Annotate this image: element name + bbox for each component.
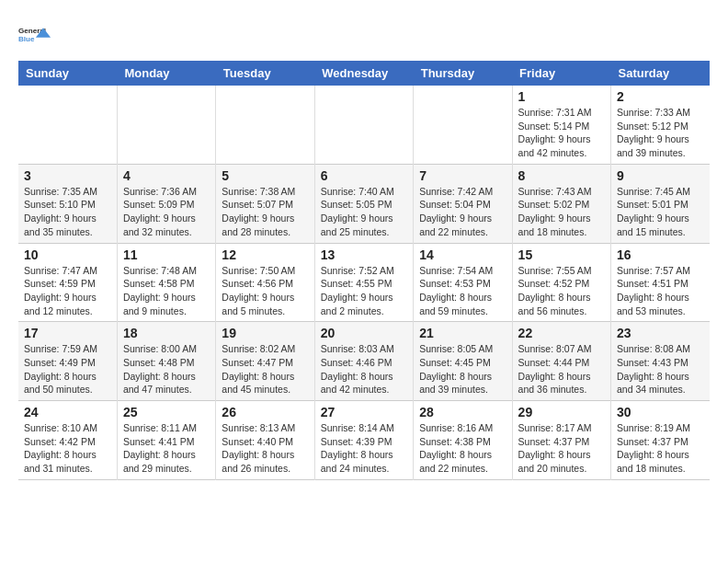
day-number: 23 (617, 326, 704, 340)
day-number: 18 (123, 326, 210, 340)
calendar-cell: 28Sunrise: 8:16 AMSunset: 4:38 PMDayligh… (414, 401, 512, 480)
day-info: Sunrise: 8:07 AMSunset: 4:44 PMDaylight:… (518, 342, 605, 396)
logo-icon: GeneralBlue (18, 18, 51, 52)
day-info: Sunrise: 7:31 AMSunset: 5:14 PMDaylight:… (518, 106, 605, 160)
day-info: Sunrise: 7:33 AMSunset: 5:12 PMDaylight:… (617, 106, 704, 160)
day-info: Sunrise: 8:19 AMSunset: 4:37 PMDaylight:… (617, 421, 704, 476)
day-number: 28 (419, 405, 506, 419)
calendar-cell: 17Sunrise: 7:59 AMSunset: 4:49 PMDayligh… (18, 322, 117, 401)
logo: GeneralBlue (18, 18, 51, 52)
day-number: 26 (222, 405, 308, 419)
calendar-cell (117, 86, 215, 164)
calendar-cell: 25Sunrise: 8:11 AMSunset: 4:41 PMDayligh… (117, 401, 215, 480)
day-number: 7 (419, 168, 506, 183)
calendar-cell: 18Sunrise: 8:00 AMSunset: 4:48 PMDayligh… (117, 322, 215, 401)
day-info: Sunrise: 7:45 AMSunset: 5:01 PMDaylight:… (617, 185, 704, 239)
day-info: Sunrise: 7:55 AMSunset: 4:52 PMDaylight:… (518, 264, 605, 318)
day-info: Sunrise: 8:00 AMSunset: 4:48 PMDaylight:… (123, 342, 210, 396)
calendar-cell (216, 86, 314, 164)
day-info: Sunrise: 8:05 AMSunset: 4:45 PMDaylight:… (419, 342, 506, 396)
day-number: 24 (24, 405, 111, 419)
calendar-cell: 20Sunrise: 8:03 AMSunset: 4:46 PMDayligh… (314, 322, 413, 401)
calendar-cell: 2Sunrise: 7:33 AMSunset: 5:12 PMDaylight… (611, 86, 710, 164)
day-info: Sunrise: 8:08 AMSunset: 4:43 PMDaylight:… (617, 342, 704, 396)
day-number: 21 (419, 326, 506, 340)
header-sunday: Sunday (18, 61, 117, 86)
day-info: Sunrise: 7:36 AMSunset: 5:09 PMDaylight:… (123, 185, 210, 239)
calendar-cell: 29Sunrise: 8:17 AMSunset: 4:37 PMDayligh… (512, 401, 610, 480)
day-info: Sunrise: 7:40 AMSunset: 5:05 PMDaylight:… (321, 185, 407, 239)
day-number: 16 (617, 247, 704, 262)
header-friday: Friday (512, 61, 610, 86)
calendar-cell: 10Sunrise: 7:47 AMSunset: 4:59 PMDayligh… (18, 243, 117, 322)
header-monday: Monday (117, 61, 215, 86)
header-thursday: Thursday (414, 61, 512, 86)
calendar-cell: 12Sunrise: 7:50 AMSunset: 4:56 PMDayligh… (216, 243, 314, 322)
calendar-cell: 24Sunrise: 8:10 AMSunset: 4:42 PMDayligh… (18, 401, 117, 480)
day-info: Sunrise: 8:16 AMSunset: 4:38 PMDaylight:… (419, 421, 506, 476)
day-info: Sunrise: 8:14 AMSunset: 4:39 PMDaylight:… (321, 421, 407, 476)
calendar-cell: 8Sunrise: 7:43 AMSunset: 5:02 PMDaylight… (512, 164, 610, 243)
calendar-cell: 1Sunrise: 7:31 AMSunset: 5:14 PMDaylight… (512, 86, 610, 164)
day-number: 9 (617, 168, 704, 183)
day-info: Sunrise: 8:13 AMSunset: 4:40 PMDaylight:… (222, 421, 308, 476)
calendar-cell: 13Sunrise: 7:52 AMSunset: 4:55 PMDayligh… (314, 243, 413, 322)
day-number: 2 (617, 89, 704, 104)
page-header: GeneralBlue (18, 18, 710, 52)
week-row-0: 1Sunrise: 7:31 AMSunset: 5:14 PMDaylight… (18, 86, 710, 164)
calendar-cell: 27Sunrise: 8:14 AMSunset: 4:39 PMDayligh… (314, 401, 413, 480)
calendar-cell: 22Sunrise: 8:07 AMSunset: 4:44 PMDayligh… (512, 322, 610, 401)
day-info: Sunrise: 7:52 AMSunset: 4:55 PMDaylight:… (321, 264, 407, 318)
header-saturday: Saturday (611, 61, 710, 86)
week-row-1: 3Sunrise: 7:35 AMSunset: 5:10 PMDaylight… (18, 164, 710, 243)
header-wednesday: Wednesday (314, 61, 413, 86)
calendar-cell: 4Sunrise: 7:36 AMSunset: 5:09 PMDaylight… (117, 164, 215, 243)
calendar-cell: 5Sunrise: 7:38 AMSunset: 5:07 PMDaylight… (216, 164, 314, 243)
day-number: 6 (321, 168, 407, 183)
day-info: Sunrise: 8:03 AMSunset: 4:46 PMDaylight:… (321, 342, 407, 396)
day-info: Sunrise: 7:47 AMSunset: 4:59 PMDaylight:… (24, 264, 111, 318)
week-row-4: 24Sunrise: 8:10 AMSunset: 4:42 PMDayligh… (18, 401, 710, 480)
day-number: 27 (321, 405, 407, 419)
day-number: 29 (518, 405, 605, 419)
day-info: Sunrise: 8:11 AMSunset: 4:41 PMDaylight:… (123, 421, 210, 476)
day-info: Sunrise: 8:02 AMSunset: 4:47 PMDaylight:… (222, 342, 308, 396)
day-number: 19 (222, 326, 308, 340)
day-info: Sunrise: 7:48 AMSunset: 4:58 PMDaylight:… (123, 264, 210, 318)
day-number: 22 (518, 326, 605, 340)
week-row-3: 17Sunrise: 7:59 AMSunset: 4:49 PMDayligh… (18, 322, 710, 401)
calendar-cell: 30Sunrise: 8:19 AMSunset: 4:37 PMDayligh… (611, 401, 710, 480)
calendar-cell (414, 86, 512, 164)
header-tuesday: Tuesday (216, 61, 314, 86)
day-info: Sunrise: 7:42 AMSunset: 5:04 PMDaylight:… (419, 185, 506, 239)
day-number: 30 (617, 405, 704, 419)
day-number: 3 (24, 168, 111, 183)
calendar-cell: 26Sunrise: 8:13 AMSunset: 4:40 PMDayligh… (216, 401, 314, 480)
calendar-cell: 3Sunrise: 7:35 AMSunset: 5:10 PMDaylight… (18, 164, 117, 243)
day-number: 4 (123, 168, 210, 183)
day-info: Sunrise: 8:17 AMSunset: 4:37 PMDaylight:… (518, 421, 605, 476)
day-number: 12 (222, 247, 308, 262)
day-number: 25 (123, 405, 210, 419)
svg-text:Blue: Blue (18, 35, 35, 43)
day-info: Sunrise: 7:43 AMSunset: 5:02 PMDaylight:… (518, 185, 605, 239)
week-row-2: 10Sunrise: 7:47 AMSunset: 4:59 PMDayligh… (18, 243, 710, 322)
calendar-cell: 9Sunrise: 7:45 AMSunset: 5:01 PMDaylight… (611, 164, 710, 243)
header-row: SundayMondayTuesdayWednesdayThursdayFrid… (18, 61, 710, 86)
day-number: 8 (518, 168, 605, 183)
calendar-cell: 11Sunrise: 7:48 AMSunset: 4:58 PMDayligh… (117, 243, 215, 322)
day-number: 13 (321, 247, 407, 262)
day-info: Sunrise: 8:10 AMSunset: 4:42 PMDaylight:… (24, 421, 111, 476)
calendar-cell: 19Sunrise: 8:02 AMSunset: 4:47 PMDayligh… (216, 322, 314, 401)
day-number: 5 (222, 168, 308, 183)
calendar-cell: 16Sunrise: 7:57 AMSunset: 4:51 PMDayligh… (611, 243, 710, 322)
calendar-cell: 14Sunrise: 7:54 AMSunset: 4:53 PMDayligh… (414, 243, 512, 322)
day-info: Sunrise: 7:54 AMSunset: 4:53 PMDaylight:… (419, 264, 506, 318)
day-number: 11 (123, 247, 210, 262)
calendar-table: SundayMondayTuesdayWednesdayThursdayFrid… (18, 61, 710, 480)
day-info: Sunrise: 7:57 AMSunset: 4:51 PMDaylight:… (617, 264, 704, 318)
calendar-cell: 6Sunrise: 7:40 AMSunset: 5:05 PMDaylight… (314, 164, 413, 243)
calendar-cell: 7Sunrise: 7:42 AMSunset: 5:04 PMDaylight… (414, 164, 512, 243)
calendar-cell: 21Sunrise: 8:05 AMSunset: 4:45 PMDayligh… (414, 322, 512, 401)
day-info: Sunrise: 7:50 AMSunset: 4:56 PMDaylight:… (222, 264, 308, 318)
